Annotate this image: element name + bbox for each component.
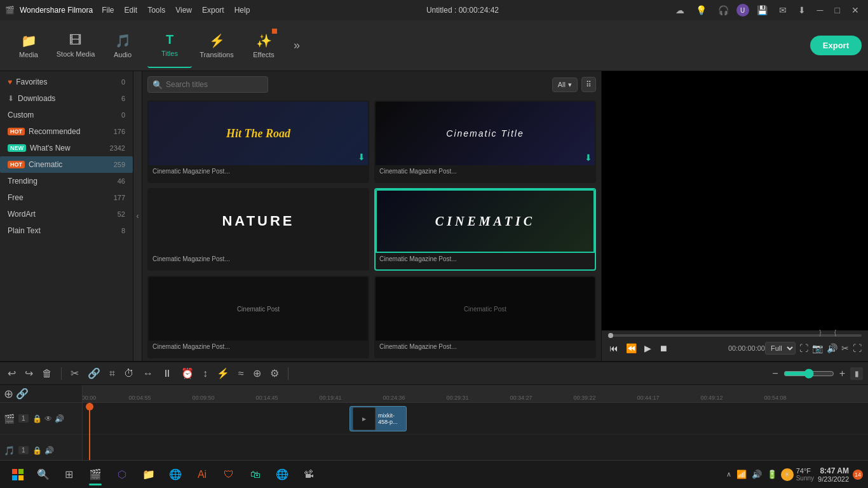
notification-icon[interactable]: ✉ [775, 4, 790, 17]
video-lock-button[interactable]: 🔒 [32, 414, 42, 423]
sidebar-item-whats-new[interactable]: NEW What's New 2342 [0, 140, 133, 156]
start-button[interactable] [5, 462, 31, 487]
volume-tray-icon[interactable]: 🔊 [752, 470, 762, 479]
step-back-button[interactable]: ⏮ [608, 342, 620, 355]
pan-button[interactable]: ↕ [200, 367, 210, 381]
audio-lock-button[interactable]: 🔒 [32, 446, 42, 455]
timer-button[interactable]: ⏰ [179, 366, 196, 381]
theme-icon[interactable]: 💡 [692, 4, 710, 17]
zoom-slider[interactable] [783, 369, 834, 379]
title-card-6[interactable]: Cinematic Post Cinematic Magazine Post..… [374, 276, 596, 358]
tool-audio[interactable]: 🎵 Audio [100, 24, 145, 68]
video-vol-button[interactable]: 🔊 [55, 414, 64, 423]
tool-stock-media[interactable]: 🎞 Stock Media [53, 24, 98, 68]
audio-tl-button[interactable]: ≈ [236, 367, 247, 381]
link-track-button[interactable]: 🔗 [16, 388, 29, 400]
cut-button[interactable]: ✂ [68, 366, 81, 381]
speed-button[interactable]: ⏱ [121, 367, 137, 381]
download-icon[interactable]: ⬇ [794, 4, 810, 17]
menu-view[interactable]: View [172, 4, 196, 16]
export-button[interactable]: Export [810, 36, 862, 55]
undo-button[interactable]: ↩ [5, 366, 18, 381]
settings-tl-button[interactable]: ⚙ [268, 366, 281, 381]
video-eye-button[interactable]: 👁 [44, 414, 52, 423]
title-card-1[interactable]: Hit The Road ⬇ Cinematic Magazine Post..… [147, 100, 369, 183]
screenshot-button[interactable]: 📷 [812, 343, 823, 353]
zoom-full-btn[interactable]: ▮ [850, 367, 863, 380]
volume-button[interactable]: 🔊 [827, 343, 837, 353]
menu-export[interactable]: Export [198, 4, 228, 16]
sidebar-item-plain-text[interactable]: Plain Text 8 [0, 222, 133, 239]
sidebar-item-custom[interactable]: Custom 0 [0, 107, 133, 123]
network-icon[interactable]: 📶 [736, 470, 747, 479]
tool-titles[interactable]: T Titles [147, 24, 192, 68]
taskbar-ms-store[interactable]: 🛍 [243, 462, 268, 487]
sidebar-item-trending[interactable]: Trending 46 [0, 173, 133, 189]
effect-tl-button[interactable]: ⚡ [214, 366, 232, 381]
fullscreen-button[interactable]: ⛶ [853, 343, 862, 353]
freeze-button[interactable]: ⏸ [159, 367, 175, 381]
taskbar-filmora2[interactable]: 📽 [296, 462, 322, 487]
video-clip[interactable]: ▶ mixkit-458-p... [349, 406, 407, 431]
maximize-button[interactable]: □ [831, 4, 844, 17]
fit-screen-button[interactable]: ⛶ [799, 343, 808, 353]
taskbar-search-button[interactable]: 🔍 [32, 463, 55, 486]
taskbar-chrome-remote[interactable]: ⬡ [109, 462, 135, 487]
datetime-display[interactable]: 8:47 AM 9/23/2022 [818, 466, 849, 483]
add-track-button[interactable]: ⊕ [4, 387, 13, 401]
menu-file[interactable]: File [98, 4, 118, 16]
tool-media[interactable]: 📁 Media [6, 24, 51, 68]
close-button[interactable]: ✕ [848, 4, 863, 17]
toolbar-more[interactable]: » [288, 36, 305, 55]
link-button[interactable]: 🔗 [85, 366, 103, 381]
menu-help[interactable]: Help [231, 4, 254, 16]
delete-button[interactable]: 🗑 [39, 367, 55, 381]
taskbar-filmora[interactable]: 🎬 [83, 462, 108, 487]
play-button[interactable]: ▶ [643, 342, 653, 355]
menu-tools[interactable]: Tools [144, 4, 169, 16]
avatar-icon[interactable]: U [736, 4, 749, 17]
battery-icon[interactable]: 🔋 [767, 470, 777, 479]
sidebar-item-wordart[interactable]: WordArt 52 [0, 206, 133, 222]
taskbar-file-explorer[interactable]: 📁 [136, 462, 161, 487]
play-back-button[interactable]: ⏪ [625, 342, 638, 355]
audio-vol-button[interactable]: 🔊 [44, 446, 54, 455]
taskbar-adobe[interactable]: Ai [189, 462, 215, 487]
menu-edit[interactable]: Edit [121, 4, 142, 16]
add-button[interactable]: ⊕ [250, 366, 264, 381]
tool-transitions[interactable]: ⚡ Transitions [194, 24, 239, 68]
sidebar-item-recommended[interactable]: HOT Recommended 176 [0, 123, 133, 140]
title-card-4[interactable]: CINEMATIC Cinematic Magazine Post... [374, 188, 596, 271]
crop-button[interactable]: ✂ [841, 343, 849, 353]
preview-progress-bar[interactable]: } { [608, 334, 862, 337]
taskbar-mcafee[interactable]: 🛡 [216, 462, 241, 487]
notification-count-badge[interactable]: 14 [853, 470, 863, 480]
tray-expand-icon[interactable]: ∧ [726, 470, 731, 478]
stop-button[interactable]: ⏹ [658, 342, 669, 355]
cloud-icon[interactable]: ☁ [672, 4, 688, 17]
title-card-2[interactable]: Cinematic Title ⬇ Cinematic Magazine Pos… [374, 100, 596, 183]
tool-effects[interactable]: ✨ Effects [241, 24, 286, 68]
headset-icon[interactable]: 🎧 [714, 4, 733, 17]
title-card-5[interactable]: Cinematic Post Cinematic Magazine Post..… [147, 276, 369, 358]
title-card-3[interactable]: NATURE Cinematic Magazine Post... [147, 188, 369, 271]
taskbar-edge[interactable]: 🌐 [163, 462, 188, 487]
redo-button[interactable]: ↪ [22, 366, 36, 381]
filter-dropdown[interactable]: All ▾ [552, 78, 578, 92]
zoom-out-button[interactable]: − [770, 367, 780, 381]
search-input[interactable] [147, 76, 268, 93]
taskbar-chrome[interactable]: 🌐 [269, 462, 295, 487]
save-icon[interactable]: 💾 [753, 4, 771, 17]
sidebar-collapse-arrow[interactable]: ‹ [133, 71, 142, 361]
resize-button[interactable]: ↔ [140, 367, 156, 381]
zoom-in-button[interactable]: + [837, 367, 848, 381]
grid-toggle-button[interactable]: ⠿ [581, 77, 596, 92]
crop-timeline-button[interactable]: ⌗ [107, 367, 118, 381]
sidebar-item-favorites[interactable]: ♥ Favorites 0 [0, 74, 133, 90]
sidebar-item-free[interactable]: Free 177 [0, 189, 133, 206]
quality-select[interactable]: Full 1/2 1/4 [765, 342, 796, 355]
sidebar-item-cinematic[interactable]: HOT Cinematic 259 [0, 156, 133, 173]
sidebar-item-downloads[interactable]: ⬇ Downloads 6 [0, 90, 133, 107]
taskbar-task-view[interactable]: ⊞ [56, 462, 81, 487]
minimize-button[interactable]: ─ [813, 4, 827, 17]
